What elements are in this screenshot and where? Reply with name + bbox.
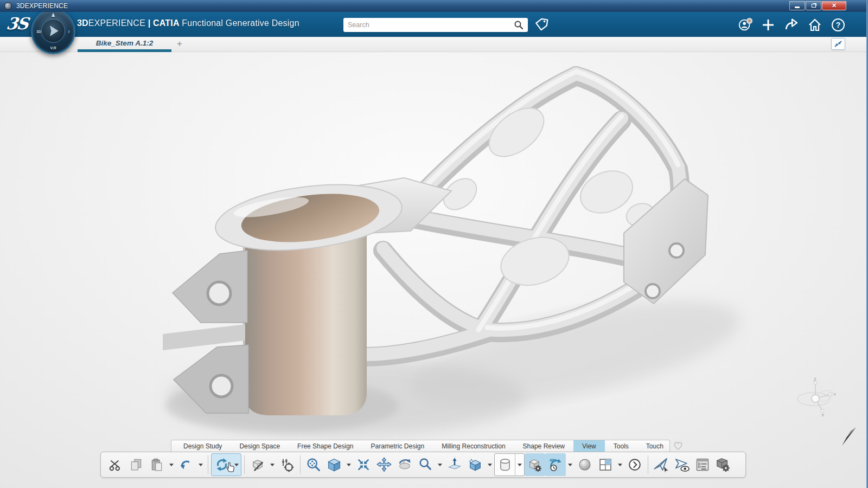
tab-milling-reconstruction[interactable]: Milling Reconstruction bbox=[433, 440, 514, 452]
update-button[interactable] bbox=[212, 453, 232, 476]
tab-tools[interactable]: Tools bbox=[605, 440, 637, 452]
fit-all-icon bbox=[356, 457, 371, 472]
tab-design-space[interactable]: Design Space bbox=[231, 440, 289, 452]
handlebar-clamp bbox=[624, 179, 708, 304]
update-icon bbox=[214, 457, 229, 472]
search-icon[interactable] bbox=[514, 20, 524, 30]
shading-cylinder-button[interactable] bbox=[495, 453, 515, 476]
fit-all-button[interactable] bbox=[353, 453, 374, 476]
zoom-fit-button[interactable] bbox=[303, 453, 324, 476]
tab-parametric-design[interactable]: Parametric Design bbox=[362, 440, 433, 452]
view-manipulation-button[interactable] bbox=[247, 453, 268, 476]
specification-panel-button[interactable] bbox=[692, 453, 713, 476]
multi-view-button[interactable] bbox=[595, 453, 616, 476]
history-clock-icon bbox=[548, 457, 563, 472]
collapse-arrows-icon bbox=[833, 40, 843, 48]
toolbar-separator bbox=[300, 455, 301, 474]
zoom-dropdown[interactable] bbox=[436, 453, 444, 476]
tab-label: Bike_Stem A.1:2 bbox=[96, 39, 153, 47]
add-content-icon[interactable] bbox=[761, 17, 776, 33]
sphere-icon bbox=[577, 457, 592, 472]
preferences-target-button[interactable] bbox=[277, 453, 297, 476]
3dexperience-window: { "window": { "title": "3DEXPERIENCE" },… bbox=[0, 0, 868, 488]
view-manipulation-dropdown[interactable] bbox=[268, 453, 277, 476]
normal-view-button[interactable] bbox=[444, 453, 465, 476]
zoom-icon bbox=[418, 457, 433, 472]
cut-button[interactable] bbox=[105, 453, 126, 476]
home-icon[interactable] bbox=[807, 17, 822, 33]
compass-play-icon[interactable] bbox=[41, 19, 65, 43]
search-bar bbox=[343, 18, 528, 32]
bike-stem-model[interactable] bbox=[0, 52, 868, 488]
view-modes-cube-button[interactable] bbox=[465, 453, 486, 476]
toolbar-separator bbox=[244, 455, 245, 474]
3d-viewport[interactable]: Z Y X bbox=[0, 52, 868, 488]
sliders-target-icon bbox=[279, 457, 295, 472]
compass-south-label[interactable]: V.R bbox=[50, 46, 56, 50]
bottom-toolbar bbox=[100, 452, 746, 478]
zoom-button[interactable] bbox=[415, 453, 436, 476]
undo-dropdown[interactable] bbox=[196, 453, 205, 476]
compass-social-icon[interactable]: ♟ bbox=[51, 12, 55, 18]
look-at-button[interactable] bbox=[672, 453, 692, 476]
new-tab-button[interactable]: + bbox=[174, 38, 186, 50]
rotate-button[interactable] bbox=[394, 453, 415, 476]
paste-dropdown[interactable] bbox=[167, 453, 176, 476]
pen-flag-icon[interactable] bbox=[840, 426, 858, 449]
tab-design-study[interactable]: Design Study bbox=[175, 440, 231, 452]
undo-icon bbox=[178, 457, 194, 472]
pan-button[interactable] bbox=[374, 453, 394, 476]
history-dropdown[interactable] bbox=[566, 453, 575, 476]
iso-view-button[interactable] bbox=[324, 453, 344, 476]
multi-view-dropdown[interactable] bbox=[616, 453, 624, 476]
collapse-viewport-button[interactable] bbox=[831, 38, 845, 50]
3ds-logo: 3S bbox=[5, 14, 29, 33]
favorites-heart-icon[interactable] bbox=[673, 440, 684, 451]
paper-plane-icon bbox=[653, 457, 669, 473]
user-profile-icon[interactable] bbox=[738, 17, 753, 33]
toolbar-separator bbox=[208, 455, 208, 474]
cube-pencil-icon bbox=[250, 457, 265, 472]
axis-triad[interactable]: Z Y X bbox=[793, 376, 842, 425]
close-button[interactable]: ✕ bbox=[822, 1, 846, 10]
quad-view-icon bbox=[598, 457, 613, 472]
spec-panel-icon bbox=[695, 457, 710, 472]
expand-more-button[interactable] bbox=[624, 453, 645, 476]
iso-cube-icon bbox=[327, 457, 342, 472]
compass-east-label[interactable]: i bbox=[68, 30, 69, 34]
ambience-sphere-button[interactable] bbox=[575, 453, 595, 476]
restore-button[interactable] bbox=[806, 1, 821, 10]
tab-shape-review[interactable]: Shape Review bbox=[514, 440, 573, 452]
view-modes-dropdown[interactable] bbox=[486, 453, 494, 476]
help-icon[interactable]: ? bbox=[831, 17, 846, 33]
session-settings-button[interactable] bbox=[713, 453, 733, 476]
shading-dropdown[interactable] bbox=[515, 453, 524, 476]
tab-touch[interactable]: Touch bbox=[637, 440, 672, 452]
axis-x-label: X bbox=[821, 413, 825, 418]
tab-bike-stem[interactable]: Bike_Stem A.1:2 bbox=[78, 37, 171, 52]
fly-mode-button[interactable] bbox=[651, 453, 672, 476]
undo-button[interactable] bbox=[176, 453, 196, 476]
update-dropdown[interactable] bbox=[232, 453, 241, 476]
iso-view-dropdown[interactable] bbox=[344, 453, 353, 476]
paste-button[interactable] bbox=[146, 453, 167, 476]
svg-text:?: ? bbox=[836, 21, 841, 29]
search-input[interactable] bbox=[343, 21, 514, 29]
tab-view[interactable]: View bbox=[573, 440, 605, 452]
history-button[interactable] bbox=[545, 453, 566, 476]
paste-icon bbox=[150, 458, 164, 472]
render-style-button[interactable] bbox=[525, 453, 545, 476]
window-title: 3DEXPERIENCE bbox=[16, 2, 68, 10]
tag-icon[interactable] bbox=[534, 17, 549, 33]
share-icon[interactable] bbox=[784, 17, 799, 33]
compass-west-label[interactable]: 3D bbox=[36, 30, 41, 34]
pan-icon bbox=[376, 457, 392, 472]
tab-free-shape-design[interactable]: Free Shape Design bbox=[289, 440, 362, 452]
arrow-eye-icon bbox=[674, 457, 690, 473]
window-titlebar: 3DEXPERIENCE ✕ bbox=[0, 0, 868, 12]
magnifier-arrows-icon bbox=[306, 457, 321, 472]
copy-button[interactable] bbox=[126, 453, 146, 476]
3dexperience-compass-button[interactable]: ♟ 3D i V.R bbox=[31, 9, 75, 54]
app-title: 3DEXPERIENCE | CATIA Functional Generati… bbox=[77, 18, 299, 28]
minimize-button[interactable] bbox=[789, 1, 805, 10]
